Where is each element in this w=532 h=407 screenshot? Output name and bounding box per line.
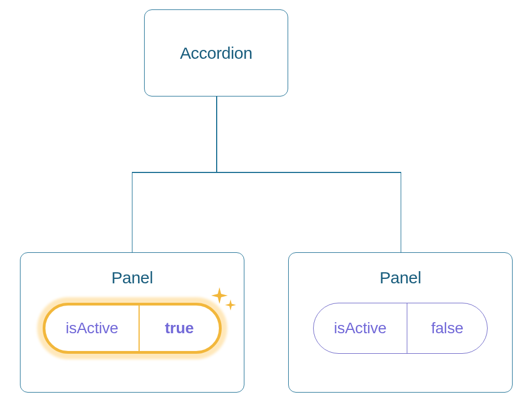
tree-connector bbox=[132, 172, 133, 252]
prop-name: isActive bbox=[45, 306, 139, 351]
panel-node-left: Panel isActive true bbox=[20, 252, 244, 393]
prop-name: isActive bbox=[314, 303, 407, 353]
tree-connector bbox=[401, 172, 402, 252]
panel-node-right: Panel isActive false bbox=[288, 252, 513, 393]
panel-node-label: Panel bbox=[380, 268, 421, 287]
root-node-accordion: Accordion bbox=[144, 9, 288, 96]
prop-value: false bbox=[407, 303, 487, 353]
prop-pill-highlighted: isActive true bbox=[43, 303, 222, 354]
tree-connector bbox=[216, 96, 217, 172]
panel-node-label: Panel bbox=[111, 268, 153, 287]
root-node-label: Accordion bbox=[180, 44, 253, 63]
tree-connector bbox=[132, 172, 401, 173]
prop-value: true bbox=[139, 306, 219, 351]
prop-pill: isActive false bbox=[313, 303, 488, 354]
